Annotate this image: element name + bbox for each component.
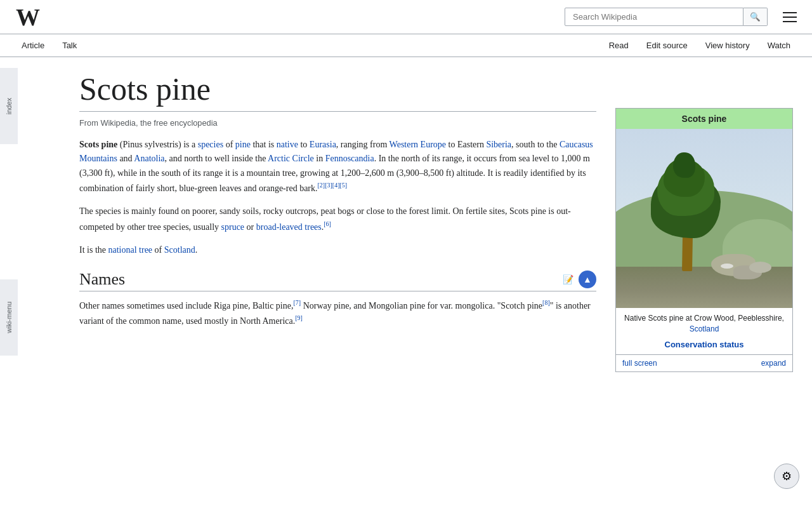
tab-left-group: Article Talk [13, 36, 86, 56]
tab-watch[interactable]: Watch [759, 36, 799, 57]
infobox-caption: Native Scots pine at Crow Wood, Peebless… [616, 308, 792, 337]
search-input[interactable] [565, 8, 743, 26]
tree-canopy-tip [673, 152, 695, 178]
edit-pencil-icon[interactable]: 📝 [563, 274, 573, 285]
ref-6[interactable]: [6] [324, 220, 331, 227]
link-species[interactable]: species [198, 140, 223, 149]
hamburger-line [783, 21, 797, 22]
link-western-europe[interactable]: Western Europe [390, 140, 446, 149]
index-label: index [5, 98, 13, 114]
site-header: W 🔍 [0, 0, 812, 34]
intro-text: (Pinus sylvestris) is a [120, 140, 198, 149]
hamburger-line [783, 12, 797, 13]
ground [616, 267, 792, 308]
intro-paragraph: Scots pine (Pinus sylvestris) is a speci… [79, 138, 596, 196]
logo-area: W [13, 1, 44, 33]
tab-article[interactable]: Article [13, 36, 53, 57]
wiki-menu-sidebar[interactable]: wiki-menu [0, 279, 18, 356]
article-body: Scots pine From Wikipedia, the free ency… [79, 70, 596, 328]
tab-edit-source[interactable]: Edit source [638, 36, 697, 57]
search-area: 🔍 [565, 8, 768, 26]
fullscreen-link[interactable]: full screen [622, 359, 657, 368]
article-subtitle: From Wikipedia, the free encyclopedia [79, 118, 596, 128]
link-native[interactable]: native [277, 140, 298, 149]
search-button[interactable]: 🔍 [743, 8, 768, 26]
article-bold-title: Scots pine [79, 140, 117, 149]
ref-8[interactable]: [8] [542, 299, 550, 306]
chevron-up-icon: ▲ [583, 274, 592, 284]
ref-7[interactable]: [7] [293, 299, 301, 306]
scroll-top-button[interactable]: ▲ [579, 271, 596, 288]
article-title: Scots pine [79, 70, 596, 112]
tab-right-group: Read Edit source View history Watch [600, 36, 799, 56]
heading-icons: 📝 ▲ [563, 271, 596, 288]
wikipedia-logo[interactable]: W [13, 1, 44, 33]
tab-read[interactable]: Read [600, 36, 638, 57]
expand-link[interactable]: expand [761, 359, 786, 368]
link-eurasia[interactable]: Eurasia [310, 140, 336, 149]
conservation-status-link[interactable]: Conservation status [616, 337, 792, 354]
ref-9[interactable]: [9] [295, 314, 303, 321]
wiki-menu-label: wiki-menu [5, 302, 13, 333]
main-menu-button[interactable] [780, 10, 799, 25]
names-paragraph: Other names sometimes used include Riga … [79, 298, 596, 328]
link-scotland[interactable]: Scotland [164, 245, 195, 255]
names-heading: Names 📝 ▲ [79, 270, 596, 291]
index-sidebar[interactable]: index [0, 68, 18, 144]
tab-bar: Article Talk Read Edit source View histo… [0, 34, 812, 57]
hamburger-line [783, 17, 797, 18]
rock-3 [749, 262, 771, 273]
link-national-tree[interactable]: national tree [108, 245, 153, 255]
infobox-caption-link-scotland[interactable]: Scotland [690, 324, 719, 333]
tab-view-history[interactable]: View history [697, 36, 759, 57]
para-2: The species is mainly found on poorer, s… [79, 204, 596, 234]
infobox: Scots pine Native [615, 108, 793, 372]
infobox-title: Scots pine [616, 109, 792, 129]
ref-2345[interactable]: [2][3][4][5] [318, 182, 348, 189]
link-arctic-circle[interactable]: Arctic Circle [268, 154, 314, 163]
tab-talk[interactable]: Talk [53, 36, 86, 57]
link-spruce[interactable]: spruce [221, 222, 245, 231]
search-icon: 🔍 [750, 12, 761, 22]
link-broad-leaved[interactable]: broad-leaved trees [256, 222, 322, 231]
link-anatolia[interactable]: Anatolia [134, 154, 164, 163]
link-fennoscandia[interactable]: Fennoscandia [325, 154, 374, 163]
link-pine[interactable]: pine [235, 140, 251, 149]
svg-text:W: W [16, 4, 40, 30]
para-3: It is the national tree of Scotland. [79, 243, 596, 257]
infobox-image [616, 129, 792, 308]
snow-patch [721, 264, 733, 269]
main-content: Scots pine From Wikipedia, the free ency… [22, 57, 812, 385]
infobox-footer: full screen expand [616, 354, 792, 371]
names-section: Names 📝 ▲ Other names sometimes used inc… [79, 270, 596, 328]
link-siberia[interactable]: Siberia [486, 140, 511, 149]
